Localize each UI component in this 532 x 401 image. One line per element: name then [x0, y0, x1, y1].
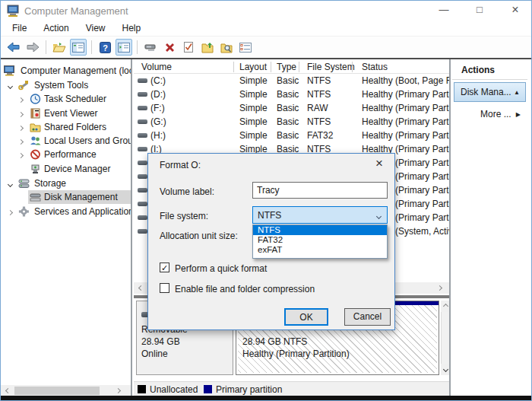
tree-item-device-manager[interactable]: Device Manager	[1, 162, 131, 176]
volume-icon	[138, 78, 147, 83]
actions-header: Actions	[461, 65, 495, 75]
column-header-layout[interactable]: Layout	[239, 62, 267, 72]
collapse-arrow-icon[interactable]: ▲	[514, 89, 520, 96]
menu-view[interactable]: View	[78, 21, 114, 37]
scroll-left-arrow-icon[interactable]	[135, 282, 147, 294]
tree-item-system-tools[interactable]: System Tools	[1, 78, 131, 92]
tree-item-performance[interactable]: Performance	[1, 148, 131, 161]
dropdown-option-exfat[interactable]: exFAT	[253, 245, 387, 255]
volume-row[interactable]: (G:)SimpleBasicNTFSHealthy (Primary Part…	[134, 115, 449, 129]
tree-horizontal-scrollbar[interactable]	[1, 385, 132, 396]
disk-view-vertical-scrollbar[interactable]	[441, 301, 451, 375]
menu-bar: File Action View Help	[1, 21, 531, 37]
help-button[interactable]: ?	[97, 39, 113, 56]
open-folder-icon	[52, 42, 66, 53]
scroll-left-arrow-icon[interactable]	[2, 385, 14, 396]
column-header-type[interactable]: Type	[277, 62, 296, 72]
column-header-file-system[interactable]: File System	[307, 62, 355, 72]
tree-item-label: Local Users and Groups	[44, 135, 132, 146]
column-header-status[interactable]: Status	[362, 62, 388, 72]
volume-icon	[138, 215, 147, 220]
volume-row[interactable]: (C:)SimpleBasicNTFSHealthy (Boot, Page F…	[134, 74, 449, 88]
maximize-button[interactable]: □	[467, 1, 492, 19]
scrollbar-thumb[interactable]	[14, 387, 100, 395]
tree-item-shared-folders[interactable]: Shared Folders	[1, 120, 131, 134]
toolbar-separator	[46, 40, 46, 54]
show-console-tree-button[interactable]	[70, 39, 87, 56]
dropdown-option-fat32[interactable]: FAT32	[253, 235, 387, 245]
delete-icon	[164, 42, 176, 53]
quick-format-checkbox[interactable]: ✓	[160, 263, 169, 272]
forward-icon	[26, 42, 40, 53]
expanded-chevron-icon	[7, 84, 12, 89]
back-button[interactable]	[5, 39, 22, 56]
scroll-up-arrow-icon[interactable]	[441, 301, 451, 312]
tree-item-services-and-applications[interactable]: Services and Applications	[1, 205, 131, 218]
menu-help[interactable]: Help	[114, 21, 150, 37]
legend-label: Unallocated	[150, 384, 198, 395]
dialog-close-icon[interactable]: ×	[372, 156, 387, 171]
scroll-right-arrow-icon[interactable]	[112, 385, 124, 396]
volume-label-input[interactable]	[252, 182, 388, 199]
title-bar: Computer Management — □ ×	[1, 1, 531, 21]
properties-check-button[interactable]	[180, 39, 197, 56]
actions-group-disk-management[interactable]: Disk Mana... ▲	[454, 82, 526, 102]
dropdown-option-ntfs[interactable]: NTFS	[253, 225, 387, 235]
tree-item-task-scheduler[interactable]: Task Scheduler	[1, 92, 131, 106]
collapsed-chevron-icon	[17, 139, 23, 145]
task-scheduler-icon	[30, 94, 41, 104]
properties-check-icon	[183, 41, 194, 53]
forward-button[interactable]	[24, 39, 41, 56]
volume-icon	[138, 188, 147, 193]
quick-format-label: Perform a quick format	[175, 263, 267, 274]
volume-row[interactable]: (H:)SimpleBasicFAT32Healthy (Primary Par…	[134, 129, 449, 142]
cancel-button[interactable]: Cancel	[344, 308, 391, 326]
show-action-pane-button[interactable]	[116, 39, 132, 56]
window-title: Computer Management	[24, 5, 128, 17]
tree-item-label: System Tools	[34, 80, 88, 91]
tree-item-storage[interactable]: Storage	[1, 177, 131, 190]
volume-icon	[138, 229, 147, 234]
disk-tool-button[interactable]	[142, 39, 159, 56]
minimize-button[interactable]: —	[431, 1, 457, 19]
disk-icon	[144, 42, 157, 53]
tree-item-event-viewer[interactable]: Event Viewer	[1, 107, 131, 120]
tree-item-label: Computer Management (local)	[21, 65, 132, 76]
menu-file[interactable]: File	[4, 21, 35, 37]
disk-size-label: 28.94 GB	[141, 336, 180, 347]
column-header-volume[interactable]: Volume	[141, 62, 172, 72]
console-tree-pane: Computer Management (local) System Tools…	[1, 59, 132, 396]
open-folder-button[interactable]	[51, 39, 68, 56]
volume-list-header: Volume Layout Type File System Status	[134, 62, 449, 74]
tree-item-disk-management[interactable]: Disk Management	[1, 190, 131, 204]
actions-more-item[interactable]: More ... ▶	[454, 106, 526, 123]
ok-button[interactable]: OK	[284, 308, 328, 326]
folder-up-button[interactable]	[199, 39, 216, 56]
computer-management-app-icon	[7, 5, 20, 17]
tree-item-label: Disk Management	[44, 192, 118, 202]
menu-action[interactable]: Action	[35, 21, 77, 37]
format-dialog: Format O: × Volume label: File system: N…	[147, 153, 395, 330]
details-list-button[interactable]	[237, 39, 254, 56]
compression-checkbox[interactable]	[160, 283, 169, 293]
tree-item-computer-management[interactable]: Computer Management (local)	[1, 64, 131, 78]
dialog-title: Format O:	[160, 160, 201, 170]
folder-search-icon	[220, 42, 233, 53]
volume-row[interactable]: (D:)SimpleBasicNTFSHealthy (Primary Part…	[134, 88, 449, 101]
file-system-dropdown: NTFS FAT32 exFAT	[252, 224, 388, 259]
scroll-right-arrow-icon[interactable]	[434, 282, 445, 294]
collapsed-chevron-icon	[7, 210, 12, 215]
volume-label-label: Volume label:	[160, 186, 214, 197]
toolbar: ?	[1, 37, 531, 58]
volume-row[interactable]: (F:)SimpleBasicRAWHealthy (Primary Parti…	[134, 101, 449, 115]
close-button[interactable]: ×	[502, 1, 528, 19]
scroll-down-arrow-icon[interactable]	[441, 364, 451, 375]
file-system-combobox[interactable]: NTFS	[252, 206, 388, 224]
delete-button[interactable]	[161, 39, 178, 56]
combobox-value: NTFS	[258, 210, 281, 221]
toolbar-separator	[91, 40, 92, 54]
performance-icon	[30, 149, 41, 160]
folder-search-button[interactable]	[218, 39, 235, 56]
tree-item-local-users-and-groups[interactable]: Local Users and Groups	[1, 134, 131, 148]
services-icon	[18, 206, 30, 217]
